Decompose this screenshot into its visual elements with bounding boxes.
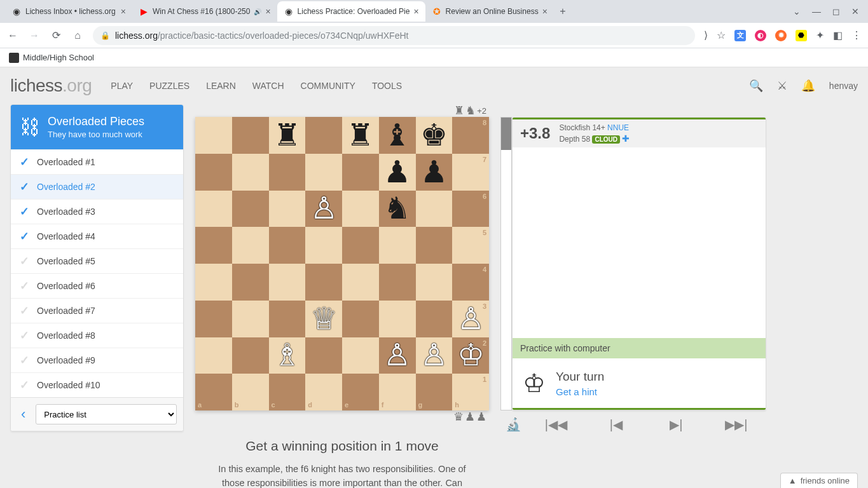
reload-button[interactable]: ⟳ (50, 29, 62, 41)
get-hint-link[interactable]: Get a hint (556, 386, 604, 397)
square-d8[interactable] (305, 117, 342, 154)
chapter-item[interactable]: ✓Overloaded #8 (11, 323, 183, 348)
square-b6[interactable] (232, 191, 269, 227)
new-tab-button[interactable]: + (554, 6, 572, 17)
black-pawn[interactable]: ♟ (379, 154, 416, 191)
share-icon[interactable]: ⟩ (704, 29, 708, 41)
bookmark-item[interactable]: Middle/High School (23, 53, 94, 62)
square-f3[interactable] (379, 301, 416, 337)
window-dropdown-icon[interactable]: ⌄ (793, 6, 801, 17)
chapter-item[interactable]: ✓Overloaded #5 (11, 248, 183, 273)
extensions-icon[interactable]: ✦ (816, 29, 824, 41)
nav-item[interactable]: LEARN (206, 81, 236, 91)
square-b3[interactable] (232, 301, 269, 337)
square-c2[interactable]: ♗ (269, 337, 306, 374)
white-king[interactable]: ♔ (452, 337, 489, 374)
engine-settings-icon[interactable]: ✚ (622, 133, 630, 144)
tab-close-icon[interactable]: × (121, 6, 126, 17)
browser-tab[interactable]: ◉Lichess Practice: Overloaded Pie× (277, 1, 425, 22)
square-g1[interactable]: g (416, 374, 453, 410)
square-h1[interactable]: 1h (452, 374, 489, 410)
square-h3[interactable]: 3♙ (452, 301, 489, 337)
square-b4[interactable] (232, 264, 269, 301)
square-b7[interactable] (232, 154, 269, 191)
next-move-icon[interactable]: ▶| (646, 417, 706, 432)
extension-yellow-icon[interactable]: ⬣ (796, 30, 807, 41)
user-menu[interactable]: henvay (829, 81, 858, 91)
chess-board[interactable]: ♜♜♝♚8♟♟7♙♞654♕3♙♗♙♙2♔abcdefg1h (195, 117, 489, 410)
square-h7[interactable]: 7 (452, 154, 489, 191)
extension-orange-icon[interactable]: ✹ (775, 30, 787, 41)
home-button[interactable]: ⌂ (71, 30, 84, 41)
chapter-item[interactable]: ✓Overloaded #1 (11, 149, 183, 174)
square-d5[interactable] (305, 227, 342, 264)
square-e3[interactable] (342, 301, 379, 337)
square-a8[interactable] (195, 117, 232, 154)
square-a6[interactable] (195, 191, 232, 227)
notifications-icon[interactable]: 🔔 (801, 79, 815, 93)
back-chevron-icon[interactable]: ‹ (17, 406, 29, 423)
forward-button[interactable]: → (28, 30, 41, 41)
square-c7[interactable] (269, 154, 306, 191)
black-king[interactable]: ♚ (416, 117, 453, 154)
address-bar[interactable]: 🔒 lichess.org/practice/basic-tactics/ove… (93, 26, 695, 45)
square-g7[interactable]: ♟ (416, 154, 453, 191)
square-h8[interactable]: 8 (452, 117, 489, 154)
window-close-icon[interactable]: ✕ (851, 6, 859, 17)
square-c4[interactable] (269, 264, 306, 301)
browser-tab[interactable]: ✪Review an Online Business× (425, 1, 554, 22)
browser-tab[interactable]: ◉Lichess Inbox • lichess.org× (5, 1, 132, 22)
square-d3[interactable]: ♕ (305, 301, 342, 337)
extension-translate-icon[interactable]: 文 (734, 30, 746, 41)
square-g8[interactable]: ♚ (416, 117, 453, 154)
site-info-icon[interactable]: 🔒 (100, 31, 110, 40)
square-b1[interactable]: b (232, 374, 269, 410)
square-g4[interactable] (416, 264, 453, 301)
black-knight[interactable]: ♞ (379, 191, 416, 227)
first-move-icon[interactable]: |◀◀ (526, 417, 586, 432)
white-queen[interactable]: ♕ (305, 301, 342, 337)
analysis-toggle-icon[interactable]: 🔬 (500, 417, 526, 432)
friends-toggle[interactable]: ▲ friends online (780, 473, 858, 488)
square-a1[interactable]: a (195, 374, 232, 410)
square-e7[interactable] (342, 154, 379, 191)
nav-item[interactable]: COMMUNITY (301, 81, 355, 91)
square-f4[interactable] (379, 264, 416, 301)
square-g5[interactable] (416, 227, 453, 264)
bookmark-star-icon[interactable]: ☆ (717, 29, 726, 41)
extension-pink-icon[interactable]: ◐ (755, 30, 766, 41)
white-pawn[interactable]: ♙ (452, 301, 489, 337)
browser-tab[interactable]: ▶Win At Chess #16 (1800-250🔊× (132, 1, 277, 22)
chapter-item[interactable]: ✓Overloaded #6 (11, 273, 183, 298)
square-a3[interactable] (195, 301, 232, 337)
menu-icon[interactable]: ⋮ (851, 29, 862, 41)
chapter-item[interactable]: ✓Overloaded #4 (11, 224, 183, 248)
challenge-icon[interactable]: ⚔ (777, 79, 787, 93)
square-b5[interactable] (232, 227, 269, 264)
search-icon[interactable]: 🔍 (749, 79, 763, 93)
nav-item[interactable]: PLAY (111, 81, 133, 91)
square-e1[interactable]: e (342, 374, 379, 410)
square-e5[interactable] (342, 227, 379, 264)
white-pawn[interactable]: ♙ (416, 337, 453, 374)
square-a4[interactable] (195, 264, 232, 301)
square-c6[interactable] (269, 191, 306, 227)
square-f1[interactable]: f (379, 374, 416, 410)
black-bishop[interactable]: ♝ (379, 117, 416, 154)
square-f7[interactable]: ♟ (379, 154, 416, 191)
square-g6[interactable] (416, 191, 453, 227)
chapter-item[interactable]: ✓Overloaded #7 (11, 298, 183, 323)
square-h6[interactable]: 6 (452, 191, 489, 227)
chapter-item[interactable]: ✓Overloaded #10 (11, 372, 183, 397)
square-f2[interactable]: ♙ (379, 337, 416, 374)
square-f5[interactable] (379, 227, 416, 264)
prev-move-icon[interactable]: |◀ (586, 417, 647, 432)
sidepanel-icon[interactable]: ◧ (833, 29, 843, 41)
move-list[interactable] (513, 147, 766, 338)
square-c5[interactable] (269, 227, 306, 264)
black-rook[interactable]: ♜ (342, 117, 379, 154)
square-d6[interactable]: ♙ (305, 191, 342, 227)
nav-item[interactable]: PUZZLES (149, 81, 189, 91)
square-a5[interactable] (195, 227, 232, 264)
chapter-item[interactable]: ✓Overloaded #9 (11, 348, 183, 372)
